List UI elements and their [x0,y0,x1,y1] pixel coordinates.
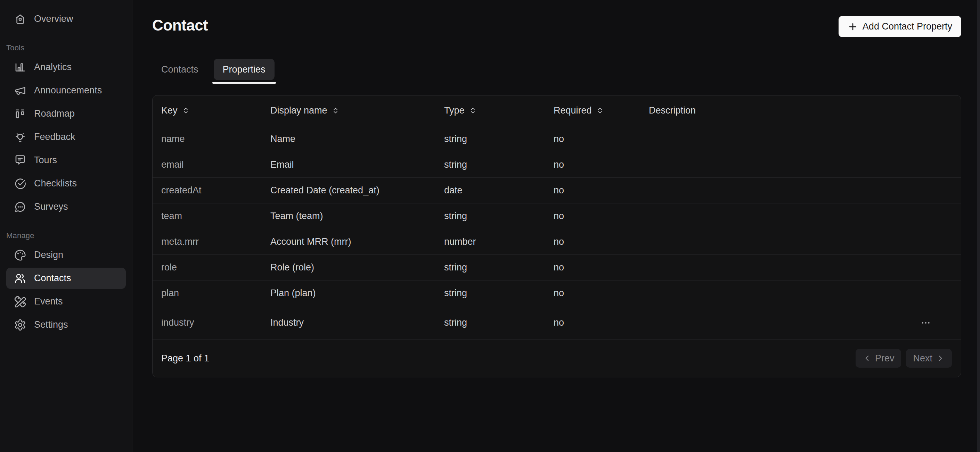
cell-actions [900,315,952,331]
circle-check-icon [14,178,26,190]
properties-table-card: KeyDisplay nameTypeRequiredDescription n… [152,95,961,377]
sidebar-section-label: Tools [6,43,126,52]
cell-required: no [554,262,649,273]
cell-key: role [161,262,270,273]
table-header-row: KeyDisplay nameTypeRequiredDescription [153,95,961,126]
cell-type: string [444,159,554,170]
page-indicator: Page 1 of 1 [161,353,209,364]
column-header-description: Description [649,105,900,116]
cell-required: no [554,134,649,144]
sidebar-item-tours[interactable]: Tours [6,150,126,171]
sidebar-item-surveys[interactable]: Surveys [6,196,126,217]
prev-button-label: Prev [875,353,894,364]
column-header-type[interactable]: Type [444,105,554,116]
table-row-meta-mrr: meta.mrrAccount MRR (mrr)numberno [153,229,961,254]
cell-display-name: Team (team) [270,211,444,222]
sidebar-item-feedback[interactable]: Feedback [6,126,126,147]
cell-key: createdAt [161,185,270,196]
cell-key: email [161,159,270,170]
house-icon [14,13,26,25]
add-button-label: Add Contact Property [862,21,952,32]
sidebar-item-checklists[interactable]: Checklists [6,173,126,194]
sidebar-section-label: Manage [6,231,126,240]
cell-key: industry [161,317,270,328]
sidebar-nav: OverviewToolsAnalyticsAnnouncementsRoadm… [6,8,126,335]
chevrons-up-down-icon [469,107,476,114]
sidebar-item-label: Feedback [34,132,75,142]
pencil-ruler-icon [14,295,26,308]
sidebar: OverviewToolsAnalyticsAnnouncementsRoadm… [0,0,132,452]
sidebar-item-contacts[interactable]: Contacts [6,268,126,289]
next-button-label: Next [913,353,932,364]
column-header-key[interactable]: Key [161,105,270,116]
gear-icon [14,319,26,331]
table-row-industry: industryIndustrystringno [153,306,961,339]
tab-properties[interactable]: Properties [214,59,275,80]
cell-type: number [444,236,554,247]
sidebar-item-label: Checklists [34,178,77,189]
column-header-label: Display name [270,105,327,116]
chevrons-up-down-icon [332,107,339,114]
sidebar-item-label: Surveys [34,201,68,212]
cell-type: string [444,262,554,273]
palette-icon [14,249,26,262]
lightbulb-icon [14,131,26,143]
megaphone-icon [14,84,26,97]
column-header-label: Description [649,105,696,116]
cell-key: name [161,134,270,144]
cell-key: team [161,211,270,222]
add-contact-property-button[interactable]: Add Contact Property [838,16,961,37]
main-header: Contact Add Contact Property [152,16,961,37]
chevrons-up-down-icon [597,107,604,114]
page-title: Contact [152,16,208,35]
column-header-label: Key [161,105,178,116]
cell-required: no [554,159,649,170]
sidebar-item-label: Design [34,250,63,260]
message-circle-dots-icon [14,201,26,213]
table-body: nameNamestringnoemailEmailstringnocreate… [153,126,961,339]
column-header-display-name[interactable]: Display name [270,105,444,116]
sidebar-item-label: Announcements [34,85,102,96]
plus-icon [848,22,858,32]
table-row-email: emailEmailstringno [153,152,961,178]
chevron-left-icon [862,354,872,363]
sidebar-item-overview[interactable]: Overview [6,8,126,30]
sidebar-item-label: Overview [34,14,73,24]
sidebar-item-announcements[interactable]: Announcements [6,80,126,101]
bar-chart-icon [14,61,26,74]
next-page-button[interactable]: Next [906,349,952,368]
cell-display-name: Created Date (created_at) [270,185,444,196]
cell-display-name: Name [270,134,444,144]
table-row-name: nameNamestringno [153,126,961,152]
cell-required: no [554,288,649,298]
cell-key: meta.mrr [161,236,270,247]
cell-type: string [444,134,554,144]
cell-display-name: Plan (plan) [270,288,444,298]
sidebar-item-label: Contacts [34,273,71,284]
tab-contacts[interactable]: Contacts [152,59,207,80]
sidebar-item-settings[interactable]: Settings [6,314,126,335]
column-header-label: Type [444,105,465,116]
row-actions-button[interactable] [918,315,934,331]
vertical-scrollbar[interactable] [977,0,980,452]
column-header-required[interactable]: Required [554,105,649,116]
pagination-controls: Prev Next [856,349,952,368]
sidebar-item-roadmap[interactable]: Roadmap [6,103,126,124]
sidebar-item-analytics[interactable]: Analytics [6,57,126,78]
chevron-right-icon [936,354,945,363]
ellipsis-icon [921,318,931,328]
cell-key: plan [161,288,270,298]
table-row-createdat: createdAtCreated Date (created_at)dateno [153,178,961,203]
tab-bar: Contacts Properties [152,59,961,82]
sidebar-item-label: Settings [34,319,68,330]
column-header-label: Required [554,105,592,116]
cell-type: string [444,211,554,222]
table-footer: Page 1 of 1 Prev Next [153,339,961,377]
sidebar-item-design[interactable]: Design [6,244,126,266]
cell-required: no [554,211,649,222]
table-row-role: roleRole (role)stringno [153,254,961,280]
sidebar-item-events[interactable]: Events [6,291,126,312]
table-row-team: teamTeam (team)stringno [153,203,961,229]
main-content: Contact Add Contact Property Contacts Pr… [132,0,980,452]
prev-page-button[interactable]: Prev [856,349,902,368]
